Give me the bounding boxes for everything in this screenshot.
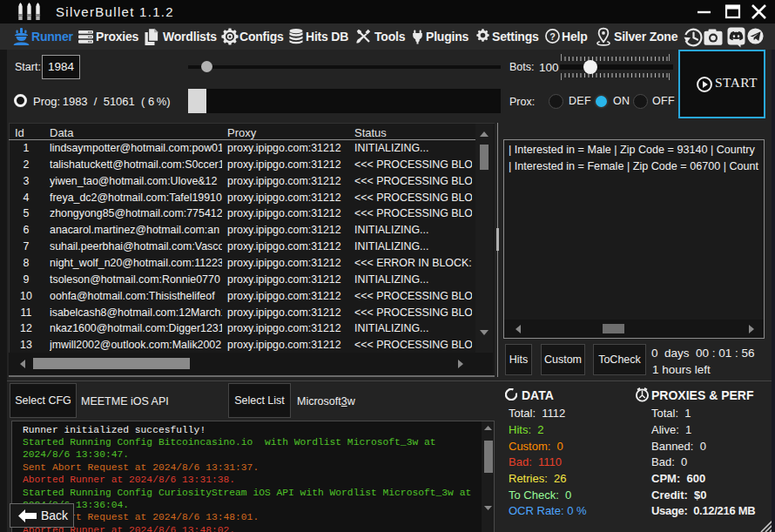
- svg-text:?: ?: [549, 31, 556, 42]
